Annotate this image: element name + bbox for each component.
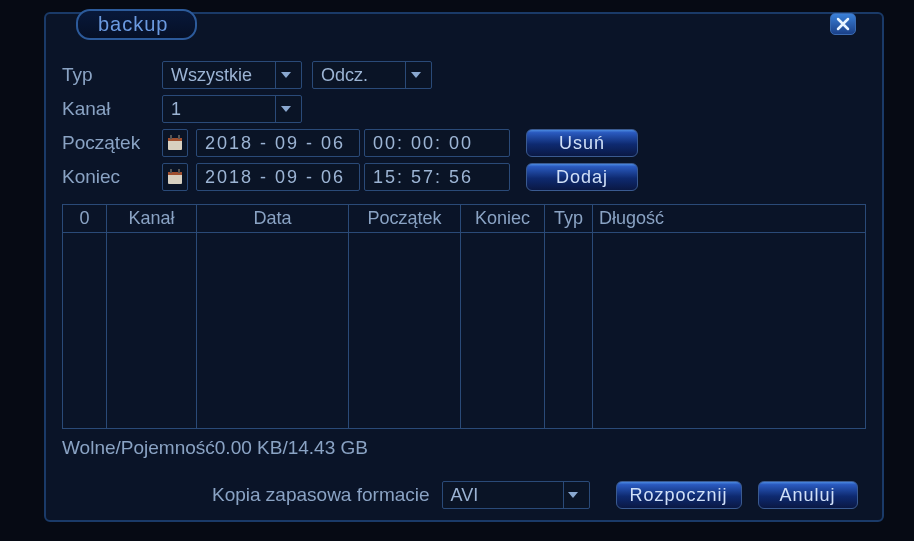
- dropdown-arrow-icon: [275, 96, 295, 122]
- dropdown-arrow-icon: [563, 482, 583, 508]
- svg-rect-2: [170, 135, 172, 139]
- titlebar: backup: [76, 12, 856, 40]
- close-icon: [836, 17, 850, 31]
- results-table: 0 Kanał Data Początek Koniec Typ Długość: [62, 204, 866, 429]
- format-select-value: AVI: [451, 485, 479, 506]
- remove-button[interactable]: Usuń: [526, 129, 638, 157]
- capacity-text: Wolne/Pojemność0.00 KB/14.43 GB: [62, 437, 866, 459]
- end-time-input[interactable]: 15: 57: 56: [364, 163, 510, 191]
- dropdown-arrow-icon: [405, 62, 425, 88]
- th-start: Początek: [349, 205, 460, 233]
- th-length: Długość: [593, 205, 865, 233]
- format-select[interactable]: AVI: [442, 481, 590, 509]
- end-date-input[interactable]: 2018 - 09 - 06: [196, 163, 360, 191]
- th-end: Koniec: [461, 205, 544, 233]
- calendar-icon[interactable]: [162, 163, 188, 191]
- svg-rect-6: [170, 169, 172, 173]
- window-title: backup: [76, 9, 197, 40]
- channel-select-value: 1: [171, 99, 181, 120]
- th-channel: Kanał: [107, 205, 196, 233]
- reader-select-value: Odcz.: [321, 65, 368, 86]
- th-index: 0: [63, 205, 106, 233]
- row-channel: Kanał 1: [62, 92, 866, 126]
- content-area: Typ Wszystkie Odcz. Kanał 1 Początek: [60, 44, 868, 506]
- start-button[interactable]: Rozpocznij: [616, 481, 742, 509]
- svg-rect-7: [178, 169, 180, 173]
- type-select[interactable]: Wszystkie: [162, 61, 302, 89]
- start-time-input[interactable]: 00: 00: 00: [364, 129, 510, 157]
- type-label: Typ: [62, 64, 162, 86]
- start-date-input[interactable]: 2018 - 09 - 06: [196, 129, 360, 157]
- reader-select[interactable]: Odcz.: [312, 61, 432, 89]
- backup-window: backup Typ Wszystkie Odcz. Kanał 1: [44, 12, 884, 522]
- cancel-button[interactable]: Anuluj: [758, 481, 858, 509]
- row-type: Typ Wszystkie Odcz.: [62, 58, 866, 92]
- svg-rect-3: [178, 135, 180, 139]
- end-label: Koniec: [62, 166, 162, 188]
- row-end: Koniec 2018 - 09 - 06 15: 57: 56 Dodaj: [62, 160, 866, 194]
- format-label: Kopia zapasowa formacie: [212, 484, 430, 506]
- calendar-icon[interactable]: [162, 129, 188, 157]
- channel-select[interactable]: 1: [162, 95, 302, 123]
- footer: Kopia zapasowa formacie AVI Rozpocznij A…: [62, 481, 866, 509]
- start-label: Początek: [62, 132, 162, 154]
- add-button[interactable]: Dodaj: [526, 163, 638, 191]
- channel-label: Kanał: [62, 98, 162, 120]
- th-type: Typ: [545, 205, 592, 233]
- close-button[interactable]: [830, 13, 856, 35]
- th-date: Data: [197, 205, 348, 233]
- row-start: Początek 2018 - 09 - 06 00: 00: 00 Usuń: [62, 126, 866, 160]
- type-select-value: Wszystkie: [171, 65, 252, 86]
- dropdown-arrow-icon: [275, 62, 295, 88]
